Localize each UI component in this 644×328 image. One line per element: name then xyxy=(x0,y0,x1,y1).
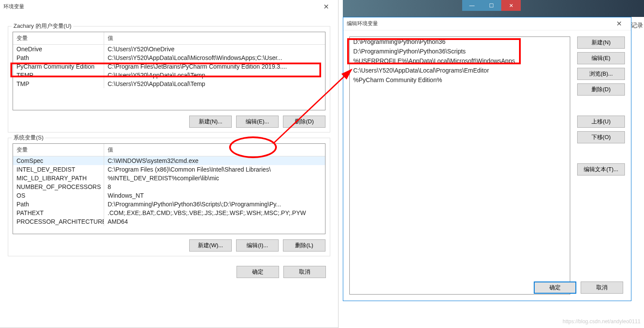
list-item[interactable]: %PyCharm Community Edition% xyxy=(350,75,570,85)
user-new-button[interactable]: 新建(N)... xyxy=(189,116,232,128)
table-row[interactable]: INTEL_DEV_REDISTC:\Program Files (x86)\C… xyxy=(13,165,325,174)
var-name: MIC_LD_LIBRARY_PATH xyxy=(13,174,104,182)
window-controls-bg: — ☐ ✕ xyxy=(462,0,521,11)
dialog-titlebar: 环境变量 ✕ xyxy=(0,0,338,13)
dialog-title: 环境变量 xyxy=(3,3,24,10)
env-variables-dialog: 环境变量 ✕ Zachary 的用户变量(U) 变量 值 OneDriveC:\… xyxy=(0,0,338,328)
table-row[interactable]: PathC:\Users\Y520\AppData\Local\Microsof… xyxy=(13,53,325,62)
sys-new-button[interactable]: 新建(W)... xyxy=(189,239,232,252)
watermark: https://blog.csdn.net/andyleo0111 xyxy=(563,318,641,325)
maximize-icon[interactable]: ☐ xyxy=(482,0,501,11)
group-label-system: 系统变量(S) xyxy=(12,134,45,142)
var-name: Path xyxy=(13,200,104,209)
var-name: INTEL_DEV_REDIST xyxy=(13,165,104,174)
user-variables-group: Zachary 的用户变量(U) 变量 值 OneDriveC:\Users\Y… xyxy=(8,26,330,133)
edit-delete-button[interactable]: 删除(D) xyxy=(577,83,625,96)
var-value: C:\Users\Y520\OneDrive xyxy=(104,45,325,53)
table-row[interactable]: PathD:\Programming\Python\Python36\Scrip… xyxy=(13,200,325,209)
user-edit-button[interactable]: 编辑(E)... xyxy=(236,116,279,128)
var-value: C:\WINDOWS\system32\cmd.exe xyxy=(104,156,325,165)
path-list[interactable]: D:\Programming\Python\Python36D:\Program… xyxy=(349,36,570,295)
var-value: D:\Programming\Python\Python36\Scripts\;… xyxy=(104,200,325,209)
minimize-icon[interactable]: — xyxy=(462,0,482,11)
var-name: TMP xyxy=(13,80,104,88)
table-header: 变量 值 xyxy=(13,144,325,156)
table-row[interactable]: ComSpecC:\WINDOWS\system32\cmd.exe xyxy=(13,156,325,165)
var-value: 8 xyxy=(104,182,325,191)
user-variables-table[interactable]: 变量 值 OneDriveC:\Users\Y520\OneDrivePathC… xyxy=(13,32,325,110)
edit-new-button[interactable]: 新建(N) xyxy=(577,36,625,49)
edit-text-button[interactable]: 编辑文本(T)... xyxy=(577,163,625,176)
edit-up-button[interactable]: 上移(U) xyxy=(577,116,625,128)
env-ok-button[interactable]: 确定 xyxy=(237,266,279,278)
table-row[interactable]: TMPC:\Users\Y520\AppData\Local\Temp xyxy=(13,80,325,88)
system-variables-group: 系统变量(S) 变量 值 ComSpecC:\WINDOWS\system32\… xyxy=(8,138,330,256)
var-value: C:\Users\Y520\AppData\Local\Temp xyxy=(104,71,325,80)
dialog-titlebar: 编辑环境变量 ✕ xyxy=(343,17,631,30)
var-name: PyCharm Community Edition xyxy=(13,62,104,71)
col-value-header: 值 xyxy=(104,144,325,156)
env-cancel-button[interactable]: 取消 xyxy=(283,266,326,278)
table-row[interactable]: PATHEXT.COM;.EXE;.BAT;.CMD;.VBS;.VBE;.JS… xyxy=(13,209,325,217)
var-value: C:\Users\Y520\AppData\Local\Temp xyxy=(104,80,325,88)
var-value: Windows_NT xyxy=(104,191,325,200)
sys-delete-button[interactable]: 删除(L) xyxy=(283,239,325,252)
sys-edit-button[interactable]: 编辑(I)... xyxy=(236,239,279,252)
var-name: ComSpec xyxy=(13,156,104,165)
system-variables-table[interactable]: 变量 值 ComSpecC:\WINDOWS\system32\cmd.exeI… xyxy=(13,143,325,234)
var-name: OneDrive xyxy=(13,45,104,53)
close-icon[interactable]: ✕ xyxy=(501,0,521,11)
user-delete-button[interactable]: 删除(D) xyxy=(283,116,325,128)
close-icon[interactable]: ✕ xyxy=(317,3,335,11)
var-value: C:\Program Files (x86)\Common Files\Inte… xyxy=(104,165,325,174)
edit-ok-button[interactable]: 确定 xyxy=(534,282,576,294)
var-value: C:\Users\Y520\AppData\Local\Microsoft\Wi… xyxy=(104,53,325,62)
edit-edit-button[interactable]: 编辑(E) xyxy=(577,52,625,64)
dialog-title: 编辑环境变量 xyxy=(347,20,378,27)
edit-down-button[interactable]: 下移(O) xyxy=(577,131,625,143)
edit-env-variable-dialog: 编辑环境变量 ✕ D:\Programming\Python\Python36D… xyxy=(343,17,631,301)
list-item[interactable]: C:\Users\Y520\AppData\Local\Programs\EmE… xyxy=(350,66,570,75)
list-item[interactable]: %USERPROFILE%\AppData\Local\Microsoft\Wi… xyxy=(350,56,570,66)
var-name: OS xyxy=(13,191,104,200)
table-row[interactable]: NUMBER_OF_PROCESSORS8 xyxy=(13,182,325,191)
table-row[interactable]: PyCharm Community EditionC:\Program File… xyxy=(13,62,325,71)
col-name-header: 变量 xyxy=(13,32,104,44)
var-value: AMD64 xyxy=(104,217,325,226)
var-name: PATHEXT xyxy=(13,209,104,217)
var-value: %INTEL_DEV_REDIST%compiler\lib\mic xyxy=(104,174,325,182)
table-header: 变量 值 xyxy=(13,32,325,45)
var-value: .COM;.EXE;.BAT;.CMD;.VBS;.VBE;.JS;.JSE;.… xyxy=(104,209,325,217)
var-name: NUMBER_OF_PROCESSORS xyxy=(13,182,104,191)
table-row[interactable]: MIC_LD_LIBRARY_PATH%INTEL_DEV_REDIST%com… xyxy=(13,174,325,182)
var-name: PROCESSOR_ARCHITECTURE xyxy=(13,217,104,226)
list-item[interactable]: D:\Programming\Python\Python36\Scripts xyxy=(350,46,570,56)
table-row[interactable]: TEMPC:\Users\Y520\AppData\Local\Temp xyxy=(13,71,325,80)
var-name: Path xyxy=(13,53,104,62)
col-value-header: 值 xyxy=(104,32,325,44)
edit-browse-button[interactable]: 浏览(B)... xyxy=(577,68,625,80)
table-row[interactable]: OneDriveC:\Users\Y520\OneDrive xyxy=(13,45,325,53)
side-text: 记录 xyxy=(631,22,643,30)
var-value: C:\Program Files\JetBrains\PyCharm Commu… xyxy=(104,62,325,71)
table-row[interactable]: PROCESSOR_ARCHITECTUREAMD64 xyxy=(13,217,325,226)
var-name: TEMP xyxy=(13,71,104,80)
edit-cancel-button[interactable]: 取消 xyxy=(581,282,623,294)
col-name-header: 变量 xyxy=(13,144,104,156)
list-item[interactable]: D:\Programming\Python\Python36 xyxy=(350,37,570,46)
group-label-user: Zachary 的用户变量(U) xyxy=(12,22,73,30)
close-icon[interactable]: ✕ xyxy=(610,20,628,28)
table-row[interactable]: OSWindows_NT xyxy=(13,191,325,200)
